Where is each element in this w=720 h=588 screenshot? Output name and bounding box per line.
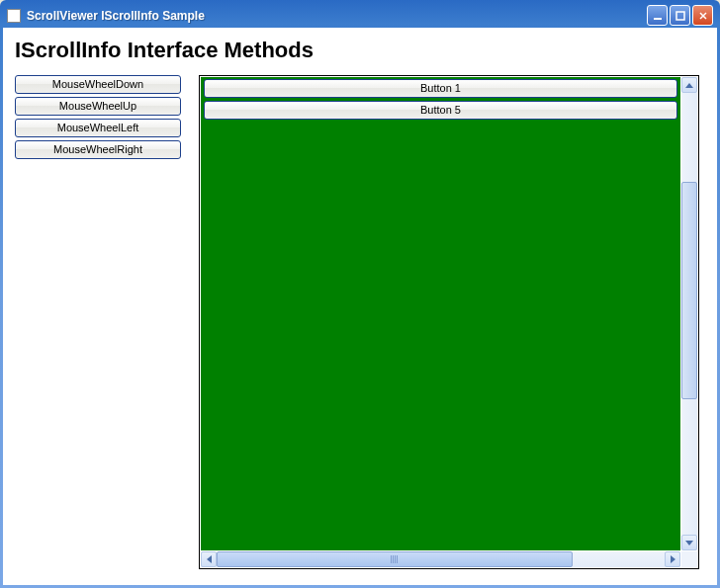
content-row: MouseWheelDown MouseWheelUp MouseWheelLe… (15, 75, 705, 569)
scroll-viewport[interactable]: Button 1 Button 5 (201, 77, 680, 550)
content-button-5[interactable]: Button 5 (204, 101, 677, 120)
arrow-right-icon (671, 555, 675, 563)
scroll-left-button[interactable] (201, 551, 217, 567)
svg-rect-1 (676, 12, 684, 20)
minimize-icon (653, 11, 663, 21)
vertical-scroll-track[interactable] (681, 93, 697, 535)
titlebar[interactable]: ScrollViewer IScrollInfo Sample (3, 3, 717, 28)
svg-rect-0 (654, 18, 662, 20)
vertical-scroll-thumb[interactable] (681, 182, 697, 399)
scroll-content: Button 1 Button 5 (201, 77, 680, 122)
close-button[interactable] (692, 5, 713, 26)
minimize-button[interactable] (647, 5, 668, 26)
scroll-right-button[interactable] (665, 551, 680, 567)
arrow-down-icon (685, 541, 693, 546)
mouse-wheel-up-button[interactable]: MouseWheelUp (15, 97, 181, 116)
page-heading: IScrollInfo Interface Methods (15, 38, 705, 63)
window-controls (647, 5, 713, 26)
mouse-wheel-right-button[interactable]: MouseWheelRight (15, 140, 181, 159)
content-button-1[interactable]: Button 1 (204, 79, 677, 98)
app-icon (7, 9, 21, 23)
scroll-up-button[interactable] (681, 77, 697, 93)
mouse-wheel-left-button[interactable]: MouseWheelLeft (15, 119, 181, 137)
horizontal-scroll-track[interactable] (217, 551, 665, 567)
scrollviewer: Button 1 Button 5 (199, 75, 699, 569)
window-frame: ScrollViewer IScrollInfo Sample IScrollI… (0, 0, 720, 588)
scrollbar-corner (681, 551, 697, 567)
client-area: IScrollInfo Interface Methods MouseWheel… (3, 28, 717, 585)
scroll-down-button[interactable] (681, 535, 697, 550)
vertical-scrollbar[interactable] (681, 77, 697, 550)
arrow-left-icon (207, 555, 212, 563)
mouse-wheel-down-button[interactable]: MouseWheelDown (15, 75, 181, 94)
close-icon (698, 11, 708, 21)
maximize-button[interactable] (670, 5, 690, 26)
arrow-up-icon (685, 83, 693, 88)
horizontal-scrollbar[interactable] (201, 551, 680, 567)
window-title: ScrollViewer IScrollInfo Sample (27, 9, 647, 23)
sidebar: MouseWheelDown MouseWheelUp MouseWheelLe… (15, 75, 181, 159)
maximize-icon (675, 11, 685, 21)
horizontal-scroll-thumb[interactable] (217, 551, 573, 567)
